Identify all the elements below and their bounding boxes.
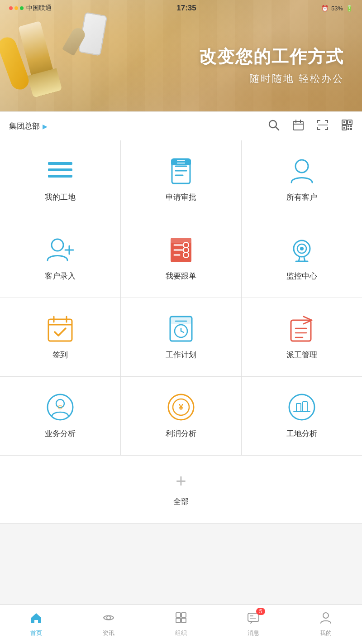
grid-container: 我的工地 申请审批 (0, 140, 362, 524)
search-bar: 集团总部 ▶ (0, 111, 362, 140)
svg-rect-55 (170, 317, 192, 324)
svg-rect-22 (48, 175, 52, 178)
svg-rect-20 (48, 162, 52, 165)
grid-tab-icon (175, 611, 187, 627)
person-tab-icon (319, 611, 332, 627)
tab-org[interactable]: 组织 (145, 605, 217, 644)
svg-rect-73 (176, 618, 181, 623)
track-order-label: 我要跟单 (166, 271, 196, 281)
maximize-dot (20, 6, 24, 10)
info-tab-label: 资讯 (103, 629, 114, 637)
time-label: 17:35 (176, 4, 196, 13)
scan-icon[interactable] (317, 119, 329, 134)
add-more-row[interactable]: + 全部 (0, 456, 362, 524)
window-controls (9, 6, 24, 10)
hero-banner: 改变您的工作方式 随时随地 轻松办公 集团总部 ▶ (0, 0, 362, 140)
person-chart-icon (46, 393, 75, 422)
all-customers-label: 所有客户 (286, 192, 317, 202)
tab-home[interactable]: 首页 (0, 605, 72, 644)
org-tab-label: 组织 (175, 629, 187, 637)
site-analysis-label: 工地分析 (286, 428, 317, 439)
tab-bar: 首页 资讯 组织 (0, 604, 362, 644)
svg-rect-8 (343, 121, 345, 123)
status-bar-left: 中国联通 (9, 4, 52, 12)
document-icon (167, 157, 195, 186)
location-selector[interactable]: 集团总部 ▶ (9, 121, 48, 131)
search-action-icons (268, 119, 353, 134)
status-bar-right: ⏰ 53% 🔋 (321, 5, 353, 12)
grid-row-1: 我的工地 申请审批 (0, 140, 362, 219)
svg-rect-67 (296, 404, 301, 412)
svg-point-78 (323, 613, 329, 618)
menu-item-all-customers[interactable]: 所有客户 (242, 140, 362, 219)
menu-item-customer-entry[interactable]: 客户录入 (0, 219, 121, 298)
svg-rect-10 (349, 121, 351, 123)
svg-rect-46 (48, 319, 72, 341)
dispatch-label: 派工管理 (286, 350, 317, 360)
search-divider (55, 120, 55, 133)
search-icon[interactable] (268, 119, 280, 134)
message-tab-label: 消息 (248, 629, 259, 637)
svg-rect-13 (348, 125, 349, 127)
location-arrow-icon: ▶ (43, 123, 48, 130)
grid-row-4: 业务分析 ¥ 利润分析 工地分析 (0, 377, 362, 456)
menu-item-checkin[interactable]: 签到 (0, 298, 121, 376)
clock-doc-icon (167, 314, 195, 343)
tab-info[interactable]: 资讯 (72, 605, 145, 644)
svg-rect-12 (343, 127, 345, 129)
svg-rect-14 (350, 125, 352, 127)
add-plus-icon: + (176, 472, 186, 490)
menu-item-monitor-center[interactable]: 监控中心 (242, 219, 362, 298)
calendar-icon[interactable] (292, 119, 304, 134)
eye-tab-icon (102, 611, 115, 627)
svg-rect-2 (293, 121, 303, 130)
svg-point-31 (52, 239, 63, 251)
chat-tab-icon: 5 (247, 611, 260, 627)
svg-point-70 (107, 616, 110, 620)
menu-item-my-site[interactable]: 我的工地 (0, 140, 121, 219)
menu-item-track-order[interactable]: 我要跟单 (121, 219, 242, 298)
menu-item-profit-analysis[interactable]: ¥ 利润分析 (121, 377, 242, 455)
profit-analysis-label: 利润分析 (166, 428, 196, 439)
mine-tab-label: 我的 (320, 629, 332, 637)
message-badge: 5 (256, 608, 265, 615)
svg-point-44 (300, 247, 304, 250)
svg-point-66 (289, 394, 314, 420)
customer-entry-label: 客户录入 (45, 271, 76, 281)
my-site-label: 我的工地 (45, 192, 76, 202)
checklist-icon (167, 235, 195, 264)
svg-rect-16 (350, 128, 352, 130)
brush-head (28, 68, 62, 97)
svg-line-1 (276, 127, 279, 130)
menu-item-work-plan[interactable]: 工作计划 (121, 298, 242, 376)
minimize-dot (14, 6, 18, 10)
close-dot (9, 6, 13, 10)
qr-icon[interactable] (341, 119, 353, 134)
battery-icon: 🔋 (346, 5, 353, 12)
menu-item-site-analysis[interactable]: 工地分析 (242, 377, 362, 455)
menu-item-biz-analysis[interactable]: 业务分析 (0, 377, 121, 455)
hero-decoration (0, 0, 118, 127)
svg-text:¥: ¥ (179, 403, 183, 412)
share-doc-icon (287, 314, 316, 343)
tab-mine[interactable]: 我的 (290, 605, 362, 644)
menu-item-apply-approve[interactable]: 申请审批 (121, 140, 242, 219)
svg-rect-21 (48, 168, 52, 171)
monitor-center-label: 监控中心 (286, 271, 317, 281)
biz-analysis-label: 业务分析 (45, 428, 76, 439)
location-label: 集团总部 (9, 121, 40, 131)
camera-icon (287, 235, 316, 264)
work-plan-label: 工作计划 (166, 350, 196, 360)
svg-point-30 (295, 160, 308, 173)
home-tab-icon (30, 611, 43, 627)
status-bar: 中国联通 17:35 ⏰ 53% 🔋 (0, 0, 362, 16)
grid-row-3: 签到 工作计划 (0, 298, 362, 377)
apply-approve-label: 申请审批 (166, 192, 196, 202)
menu-item-dispatch[interactable]: 派工管理 (242, 298, 362, 376)
tab-message[interactable]: 5 消息 (217, 605, 290, 644)
svg-rect-15 (348, 128, 349, 130)
coin-chart-icon: ¥ (167, 393, 195, 422)
svg-rect-75 (248, 613, 259, 621)
add-more-label: 全部 (173, 496, 189, 507)
calendar-check-icon (46, 314, 75, 343)
